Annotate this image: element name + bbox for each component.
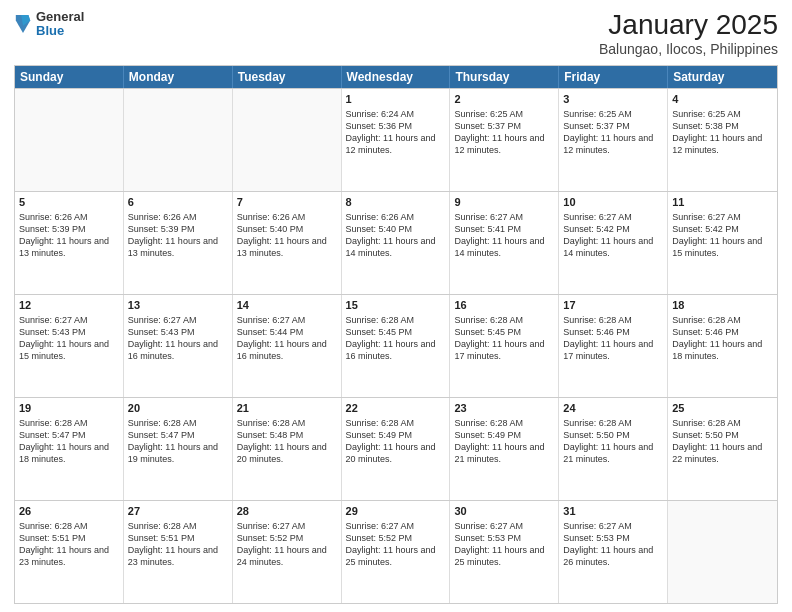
cell-info: Sunrise: 6:28 AM Sunset: 5:47 PM Dayligh… xyxy=(19,417,119,466)
day-number: 18 xyxy=(672,298,773,313)
cal-cell: 26Sunrise: 6:28 AM Sunset: 5:51 PM Dayli… xyxy=(15,501,124,603)
cal-cell: 30Sunrise: 6:27 AM Sunset: 5:53 PM Dayli… xyxy=(450,501,559,603)
cal-cell: 9Sunrise: 6:27 AM Sunset: 5:41 PM Daylig… xyxy=(450,192,559,294)
day-number: 23 xyxy=(454,401,554,416)
cal-week-4: 19Sunrise: 6:28 AM Sunset: 5:47 PM Dayli… xyxy=(15,397,777,500)
cal-cell: 31Sunrise: 6:27 AM Sunset: 5:53 PM Dayli… xyxy=(559,501,668,603)
cal-cell: 2Sunrise: 6:25 AM Sunset: 5:37 PM Daylig… xyxy=(450,89,559,191)
cell-info: Sunrise: 6:28 AM Sunset: 5:45 PM Dayligh… xyxy=(454,314,554,363)
cell-info: Sunrise: 6:28 AM Sunset: 5:51 PM Dayligh… xyxy=(128,520,228,569)
cal-header-sunday: Sunday xyxy=(15,66,124,88)
cal-cell xyxy=(15,89,124,191)
cal-week-5: 26Sunrise: 6:28 AM Sunset: 5:51 PM Dayli… xyxy=(15,500,777,603)
cell-info: Sunrise: 6:26 AM Sunset: 5:40 PM Dayligh… xyxy=(346,211,446,260)
day-number: 11 xyxy=(672,195,773,210)
cell-info: Sunrise: 6:27 AM Sunset: 5:43 PM Dayligh… xyxy=(19,314,119,363)
day-number: 30 xyxy=(454,504,554,519)
logo-icon xyxy=(14,13,32,35)
cell-info: Sunrise: 6:27 AM Sunset: 5:52 PM Dayligh… xyxy=(237,520,337,569)
cal-cell: 21Sunrise: 6:28 AM Sunset: 5:48 PM Dayli… xyxy=(233,398,342,500)
day-number: 12 xyxy=(19,298,119,313)
logo-general-text: General xyxy=(36,10,84,24)
cal-cell xyxy=(124,89,233,191)
day-number: 4 xyxy=(672,92,773,107)
cal-cell: 1Sunrise: 6:24 AM Sunset: 5:36 PM Daylig… xyxy=(342,89,451,191)
cal-cell: 28Sunrise: 6:27 AM Sunset: 5:52 PM Dayli… xyxy=(233,501,342,603)
calendar-header-row: SundayMondayTuesdayWednesdayThursdayFrid… xyxy=(15,66,777,88)
cell-info: Sunrise: 6:27 AM Sunset: 5:43 PM Dayligh… xyxy=(128,314,228,363)
day-number: 10 xyxy=(563,195,663,210)
day-number: 22 xyxy=(346,401,446,416)
cal-cell: 12Sunrise: 6:27 AM Sunset: 5:43 PM Dayli… xyxy=(15,295,124,397)
cal-header-thursday: Thursday xyxy=(450,66,559,88)
day-number: 6 xyxy=(128,195,228,210)
cal-cell: 16Sunrise: 6:28 AM Sunset: 5:45 PM Dayli… xyxy=(450,295,559,397)
cell-info: Sunrise: 6:28 AM Sunset: 5:50 PM Dayligh… xyxy=(672,417,773,466)
day-number: 21 xyxy=(237,401,337,416)
day-number: 25 xyxy=(672,401,773,416)
cal-cell: 17Sunrise: 6:28 AM Sunset: 5:46 PM Dayli… xyxy=(559,295,668,397)
cell-info: Sunrise: 6:27 AM Sunset: 5:41 PM Dayligh… xyxy=(454,211,554,260)
day-number: 7 xyxy=(237,195,337,210)
cal-week-3: 12Sunrise: 6:27 AM Sunset: 5:43 PM Dayli… xyxy=(15,294,777,397)
cal-cell: 22Sunrise: 6:28 AM Sunset: 5:49 PM Dayli… xyxy=(342,398,451,500)
cell-info: Sunrise: 6:28 AM Sunset: 5:49 PM Dayligh… xyxy=(346,417,446,466)
cal-cell: 8Sunrise: 6:26 AM Sunset: 5:40 PM Daylig… xyxy=(342,192,451,294)
day-number: 1 xyxy=(346,92,446,107)
logo-blue-text: Blue xyxy=(36,24,84,38)
page: General Blue January 2025 Balungao, Iloc… xyxy=(0,0,792,612)
logo: General Blue xyxy=(14,10,84,39)
cell-info: Sunrise: 6:28 AM Sunset: 5:46 PM Dayligh… xyxy=(563,314,663,363)
cell-info: Sunrise: 6:24 AM Sunset: 5:36 PM Dayligh… xyxy=(346,108,446,157)
cell-info: Sunrise: 6:27 AM Sunset: 5:42 PM Dayligh… xyxy=(672,211,773,260)
day-number: 28 xyxy=(237,504,337,519)
cal-cell: 23Sunrise: 6:28 AM Sunset: 5:49 PM Dayli… xyxy=(450,398,559,500)
cell-info: Sunrise: 6:26 AM Sunset: 5:39 PM Dayligh… xyxy=(128,211,228,260)
cell-info: Sunrise: 6:27 AM Sunset: 5:42 PM Dayligh… xyxy=(563,211,663,260)
cal-cell: 19Sunrise: 6:28 AM Sunset: 5:47 PM Dayli… xyxy=(15,398,124,500)
cell-info: Sunrise: 6:25 AM Sunset: 5:37 PM Dayligh… xyxy=(563,108,663,157)
cal-week-1: 1Sunrise: 6:24 AM Sunset: 5:36 PM Daylig… xyxy=(15,88,777,191)
cal-cell: 20Sunrise: 6:28 AM Sunset: 5:47 PM Dayli… xyxy=(124,398,233,500)
header: General Blue January 2025 Balungao, Iloc… xyxy=(14,10,778,57)
title-block: January 2025 Balungao, Ilocos, Philippin… xyxy=(599,10,778,57)
calendar: SundayMondayTuesdayWednesdayThursdayFrid… xyxy=(14,65,778,604)
cell-info: Sunrise: 6:28 AM Sunset: 5:47 PM Dayligh… xyxy=(128,417,228,466)
day-number: 27 xyxy=(128,504,228,519)
day-number: 2 xyxy=(454,92,554,107)
day-number: 26 xyxy=(19,504,119,519)
day-number: 5 xyxy=(19,195,119,210)
day-number: 24 xyxy=(563,401,663,416)
cell-info: Sunrise: 6:28 AM Sunset: 5:48 PM Dayligh… xyxy=(237,417,337,466)
cell-info: Sunrise: 6:27 AM Sunset: 5:53 PM Dayligh… xyxy=(454,520,554,569)
cal-cell: 5Sunrise: 6:26 AM Sunset: 5:39 PM Daylig… xyxy=(15,192,124,294)
cal-cell: 29Sunrise: 6:27 AM Sunset: 5:52 PM Dayli… xyxy=(342,501,451,603)
cal-cell: 14Sunrise: 6:27 AM Sunset: 5:44 PM Dayli… xyxy=(233,295,342,397)
logo-text: General Blue xyxy=(36,10,84,39)
day-number: 20 xyxy=(128,401,228,416)
cal-cell: 24Sunrise: 6:28 AM Sunset: 5:50 PM Dayli… xyxy=(559,398,668,500)
day-number: 29 xyxy=(346,504,446,519)
cal-cell: 7Sunrise: 6:26 AM Sunset: 5:40 PM Daylig… xyxy=(233,192,342,294)
cal-cell: 18Sunrise: 6:28 AM Sunset: 5:46 PM Dayli… xyxy=(668,295,777,397)
cal-cell: 4Sunrise: 6:25 AM Sunset: 5:38 PM Daylig… xyxy=(668,89,777,191)
cal-header-wednesday: Wednesday xyxy=(342,66,451,88)
cal-cell: 11Sunrise: 6:27 AM Sunset: 5:42 PM Dayli… xyxy=(668,192,777,294)
cell-info: Sunrise: 6:26 AM Sunset: 5:40 PM Dayligh… xyxy=(237,211,337,260)
cal-header-tuesday: Tuesday xyxy=(233,66,342,88)
cell-info: Sunrise: 6:28 AM Sunset: 5:45 PM Dayligh… xyxy=(346,314,446,363)
cell-info: Sunrise: 6:28 AM Sunset: 5:49 PM Dayligh… xyxy=(454,417,554,466)
cal-cell: 27Sunrise: 6:28 AM Sunset: 5:51 PM Dayli… xyxy=(124,501,233,603)
day-number: 15 xyxy=(346,298,446,313)
day-number: 9 xyxy=(454,195,554,210)
day-number: 13 xyxy=(128,298,228,313)
cal-header-monday: Monday xyxy=(124,66,233,88)
cell-info: Sunrise: 6:27 AM Sunset: 5:44 PM Dayligh… xyxy=(237,314,337,363)
cal-cell: 25Sunrise: 6:28 AM Sunset: 5:50 PM Dayli… xyxy=(668,398,777,500)
cal-week-2: 5Sunrise: 6:26 AM Sunset: 5:39 PM Daylig… xyxy=(15,191,777,294)
cell-info: Sunrise: 6:28 AM Sunset: 5:46 PM Dayligh… xyxy=(672,314,773,363)
cal-cell: 3Sunrise: 6:25 AM Sunset: 5:37 PM Daylig… xyxy=(559,89,668,191)
cell-info: Sunrise: 6:25 AM Sunset: 5:37 PM Dayligh… xyxy=(454,108,554,157)
cal-header-friday: Friday xyxy=(559,66,668,88)
calendar-subtitle: Balungao, Ilocos, Philippines xyxy=(599,41,778,57)
